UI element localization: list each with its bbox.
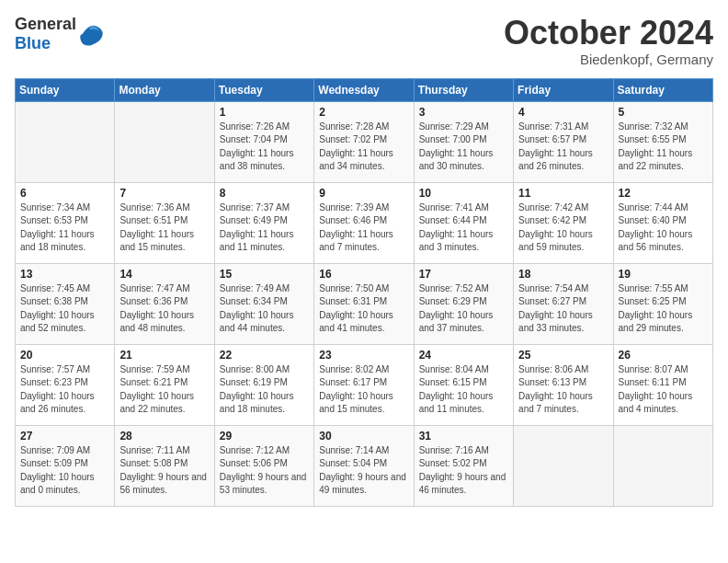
month-title: October 2024 [504,15,713,52]
calendar-cell: 5Sunrise: 7:32 AMSunset: 6:55 PMDaylight… [613,101,712,182]
day-number: 29 [220,430,309,442]
calendar-cell: 31Sunrise: 7:16 AMSunset: 5:02 PMDayligh… [414,425,513,506]
day-info: Sunrise: 7:36 AMSunset: 6:51 PMDaylight:… [119,201,209,255]
day-number: 12 [619,187,708,200]
calendar-cell: 22Sunrise: 8:00 AMSunset: 6:19 PMDayligh… [214,344,313,425]
calendar-cell: 11Sunrise: 7:42 AMSunset: 6:42 PMDayligh… [514,182,613,263]
day-info: Sunrise: 7:16 AMSunset: 5:02 PMDaylight:… [419,444,508,498]
calendar-cell: 10Sunrise: 7:41 AMSunset: 6:44 PMDayligh… [414,182,513,263]
day-number: 25 [518,349,608,362]
calendar-cell: 26Sunrise: 8:07 AMSunset: 6:11 PMDayligh… [613,344,712,425]
day-number: 22 [220,349,309,362]
calendar-cell: 13Sunrise: 7:45 AMSunset: 6:38 PMDayligh… [16,263,115,344]
day-info: Sunrise: 8:02 AMSunset: 6:17 PMDaylight:… [319,363,408,417]
day-number: 16 [319,268,408,281]
day-info: Sunrise: 7:09 AMSunset: 5:09 PMDaylight:… [20,444,109,498]
day-number: 18 [518,268,608,281]
day-number: 28 [119,430,209,442]
logo-icon [78,21,104,47]
calendar-week-row: 1Sunrise: 7:26 AMSunset: 7:04 PMDaylight… [16,101,713,182]
day-number: 7 [119,187,209,200]
day-number: 21 [119,349,209,362]
day-info: Sunrise: 7:59 AMSunset: 6:21 PMDaylight:… [119,363,209,417]
weekday-header: Saturday [613,78,712,101]
day-number: 15 [220,268,309,281]
day-info: Sunrise: 7:41 AMSunset: 6:44 PMDaylight:… [419,201,508,255]
day-info: Sunrise: 7:44 AMSunset: 6:40 PMDaylight:… [619,201,708,255]
day-number: 10 [419,187,508,200]
calendar-cell: 19Sunrise: 7:55 AMSunset: 6:25 PMDayligh… [613,263,712,344]
day-info: Sunrise: 8:06 AMSunset: 6:13 PMDaylight:… [518,363,608,417]
day-number: 31 [419,430,508,442]
calendar-cell [613,425,712,506]
calendar-cell: 18Sunrise: 7:54 AMSunset: 6:27 PMDayligh… [514,263,613,344]
calendar-week-row: 6Sunrise: 7:34 AMSunset: 6:53 PMDaylight… [16,182,713,263]
calendar-week-row: 13Sunrise: 7:45 AMSunset: 6:38 PMDayligh… [16,263,713,344]
day-info: Sunrise: 7:29 AMSunset: 7:00 PMDaylight:… [419,121,508,174]
calendar-cell: 8Sunrise: 7:37 AMSunset: 6:49 PMDaylight… [214,182,313,263]
day-info: Sunrise: 7:50 AMSunset: 6:31 PMDaylight:… [319,282,408,336]
day-number: 14 [119,268,209,281]
logo: General Blue [15,15,104,53]
day-info: Sunrise: 7:54 AMSunset: 6:27 PMDaylight:… [518,282,608,336]
day-info: Sunrise: 7:47 AMSunset: 6:36 PMDaylight:… [119,282,209,336]
calendar-cell: 14Sunrise: 7:47 AMSunset: 6:36 PMDayligh… [115,263,214,344]
weekday-header: Sunday [16,78,115,101]
weekday-header: Thursday [414,78,513,101]
calendar-week-row: 27Sunrise: 7:09 AMSunset: 5:09 PMDayligh… [16,425,713,506]
day-info: Sunrise: 7:28 AMSunset: 7:02 PMDaylight:… [319,121,408,174]
day-info: Sunrise: 7:26 AMSunset: 7:04 PMDaylight:… [220,121,309,174]
day-number: 1 [220,106,309,119]
day-number: 23 [319,349,408,362]
calendar-cell [514,425,613,506]
day-info: Sunrise: 7:32 AMSunset: 6:55 PMDaylight:… [619,121,708,174]
calendar-table: SundayMondayTuesdayWednesdayThursdayFrid… [15,78,713,507]
day-info: Sunrise: 7:55 AMSunset: 6:25 PMDaylight:… [619,282,708,336]
day-info: Sunrise: 7:49 AMSunset: 6:34 PMDaylight:… [220,282,309,336]
page-header: General Blue October 2024 Biedenkopf, Ge… [15,15,713,67]
day-number: 24 [419,349,508,362]
calendar-cell [115,101,214,182]
title-area: October 2024 Biedenkopf, Germany [504,15,713,67]
day-info: Sunrise: 8:00 AMSunset: 6:19 PMDaylight:… [220,363,309,417]
weekday-header: Friday [514,78,613,101]
day-number: 3 [419,106,508,119]
weekday-header: Tuesday [214,78,313,101]
day-number: 8 [220,187,309,200]
calendar-cell: 29Sunrise: 7:12 AMSunset: 5:06 PMDayligh… [214,425,313,506]
calendar-cell: 3Sunrise: 7:29 AMSunset: 7:00 PMDaylight… [414,101,513,182]
day-number: 20 [20,349,109,362]
calendar-cell: 27Sunrise: 7:09 AMSunset: 5:09 PMDayligh… [16,425,115,506]
calendar-week-row: 20Sunrise: 7:57 AMSunset: 6:23 PMDayligh… [16,344,713,425]
calendar-cell: 21Sunrise: 7:59 AMSunset: 6:21 PMDayligh… [115,344,214,425]
calendar-cell: 16Sunrise: 7:50 AMSunset: 6:31 PMDayligh… [314,263,414,344]
day-info: Sunrise: 7:37 AMSunset: 6:49 PMDaylight:… [220,201,309,255]
day-number: 11 [518,187,608,200]
weekday-header-row: SundayMondayTuesdayWednesdayThursdayFrid… [16,78,713,101]
day-info: Sunrise: 7:31 AMSunset: 6:57 PMDaylight:… [518,121,608,174]
day-number: 19 [619,268,708,281]
day-number: 27 [20,430,109,442]
calendar-cell: 2Sunrise: 7:28 AMSunset: 7:02 PMDaylight… [314,101,414,182]
calendar-cell: 6Sunrise: 7:34 AMSunset: 6:53 PMDaylight… [16,182,115,263]
location-subtitle: Biedenkopf, Germany [504,52,713,67]
day-info: Sunrise: 7:45 AMSunset: 6:38 PMDaylight:… [20,282,109,336]
calendar-cell: 12Sunrise: 7:44 AMSunset: 6:40 PMDayligh… [613,182,712,263]
day-number: 5 [619,106,708,119]
day-info: Sunrise: 7:39 AMSunset: 6:46 PMDaylight:… [319,201,408,255]
day-info: Sunrise: 8:04 AMSunset: 6:15 PMDaylight:… [419,363,508,417]
day-info: Sunrise: 8:07 AMSunset: 6:11 PMDaylight:… [619,363,708,417]
calendar-cell: 4Sunrise: 7:31 AMSunset: 6:57 PMDaylight… [514,101,613,182]
day-info: Sunrise: 7:52 AMSunset: 6:29 PMDaylight:… [419,282,508,336]
calendar-cell: 24Sunrise: 8:04 AMSunset: 6:15 PMDayligh… [414,344,513,425]
logo-text: General Blue [15,15,76,53]
day-number: 26 [619,349,708,362]
day-info: Sunrise: 7:34 AMSunset: 6:53 PMDaylight:… [20,201,109,255]
calendar-cell: 23Sunrise: 8:02 AMSunset: 6:17 PMDayligh… [314,344,414,425]
day-number: 30 [319,430,408,442]
calendar-cell: 15Sunrise: 7:49 AMSunset: 6:34 PMDayligh… [214,263,313,344]
weekday-header: Monday [115,78,214,101]
calendar-cell: 20Sunrise: 7:57 AMSunset: 6:23 PMDayligh… [16,344,115,425]
calendar-cell: 28Sunrise: 7:11 AMSunset: 5:08 PMDayligh… [115,425,214,506]
day-info: Sunrise: 7:11 AMSunset: 5:08 PMDaylight:… [119,444,209,498]
